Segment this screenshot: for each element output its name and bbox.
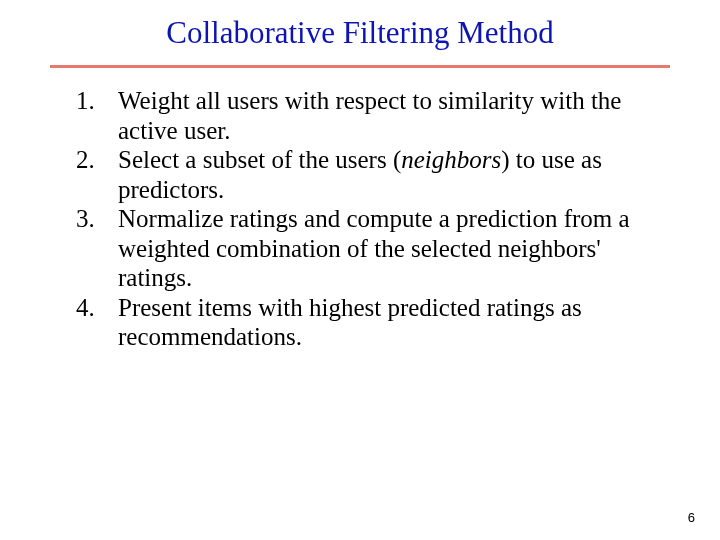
slide: Collaborative Filtering Method Weight al…: [0, 0, 720, 540]
step-item: Select a subset of the users (neighbors)…: [68, 145, 650, 204]
content-area: Weight all users with respect to similar…: [40, 86, 680, 352]
step-text: Normalize ratings and compute a predicti…: [118, 205, 630, 291]
steps-list: Weight all users with respect to similar…: [68, 86, 650, 352]
step-item: Weight all users with respect to similar…: [68, 86, 650, 145]
step-text: Weight all users with respect to similar…: [118, 87, 621, 144]
step-item: Normalize ratings and compute a predicti…: [68, 204, 650, 293]
step-italic: neighbors: [401, 146, 501, 173]
page-title: Collaborative Filtering Method: [40, 15, 680, 65]
title-underline: [50, 65, 670, 68]
step-text: Select a subset of the users (: [118, 146, 401, 173]
step-item: Present items with highest predicted rat…: [68, 293, 650, 352]
page-number: 6: [688, 510, 695, 525]
step-text: Present items with highest predicted rat…: [118, 294, 582, 351]
